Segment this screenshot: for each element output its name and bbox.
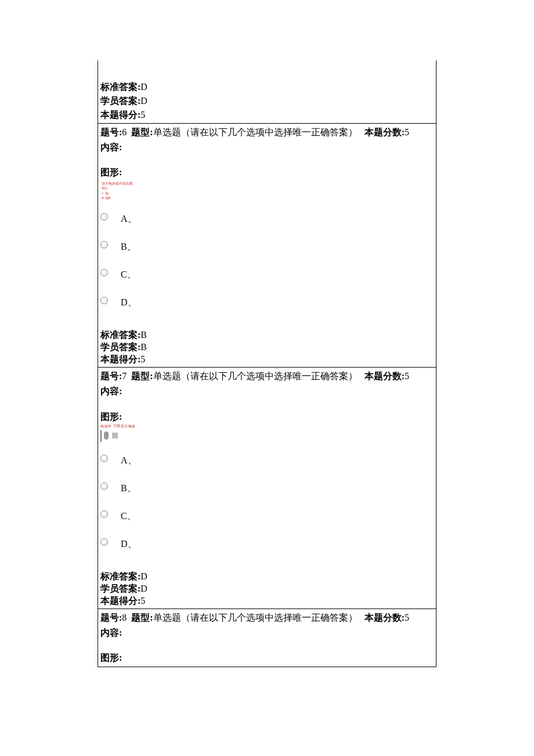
stu-answer-label: 学员答案: — [100, 584, 140, 593]
stu-answer-row: 学员答案:D — [100, 94, 434, 108]
score-row: 本题得分:5 — [100, 354, 434, 366]
radio-icon[interactable] — [100, 510, 108, 518]
option-label: B、 — [121, 483, 136, 495]
options-list: A、 B、 C、 D、 — [100, 447, 434, 558]
question-8: 题号:8 题型:单选题（请在以下几个选项中选择唯一正确答案） 本题分数:5 内容… — [98, 609, 436, 667]
option-d[interactable]: D、 — [100, 530, 434, 558]
figure-icons — [100, 430, 434, 442]
q-type-label: 题型: — [131, 613, 153, 622]
std-answer-label: 标准答案: — [100, 571, 140, 581]
q-type-value: 单选题（请在以下几个选项中选择唯一正确答案） — [153, 127, 358, 137]
figure-text: 电路中 下图所示电路 — [100, 424, 434, 429]
score-value: 5 — [140, 354, 145, 364]
radio-icon[interactable] — [100, 213, 108, 221]
std-answer-row: 标准答案:D — [100, 80, 434, 94]
std-answer-value: B — [140, 330, 147, 340]
std-answer-label: 标准答案: — [100, 82, 140, 92]
stu-answer-value: D — [140, 584, 147, 593]
questions-table: 标准答案:D 学员答案:D 本题得分:5 题号:6 题型:单选题（请在以下几个选… — [98, 60, 436, 667]
score-label: 本题得分: — [100, 596, 140, 606]
figure-label: 图形: — [100, 409, 434, 424]
option-c[interactable]: C、 — [100, 261, 434, 289]
q-type-value: 单选题（请在以下几个选项中选择唯一正确答案） — [153, 613, 358, 622]
std-answer-row: 标准答案:D — [100, 571, 434, 583]
radio-icon[interactable] — [100, 483, 108, 490]
option-label: A、 — [121, 213, 137, 225]
radio-icon[interactable] — [100, 241, 108, 249]
std-answer-label: 标准答案: — [100, 330, 140, 340]
option-b[interactable]: B、 — [100, 233, 434, 261]
question-header: 题号:8 题型:单选题（请在以下几个选项中选择唯一正确答案） 本题分数:5 — [100, 610, 434, 625]
option-d[interactable]: D、 — [100, 289, 434, 316]
stu-answer-value: D — [140, 96, 147, 106]
q-no-value: 6 — [122, 127, 127, 137]
q-score-label: 本题分数: — [365, 127, 405, 137]
q-no-value: 8 — [122, 613, 127, 622]
option-label: B、 — [121, 241, 136, 253]
stu-answer-value: B — [140, 342, 147, 352]
score-value: 5 — [140, 110, 145, 120]
q-score-label: 本题分数: — [365, 613, 405, 622]
score-label: 本题得分: — [100, 110, 140, 120]
std-answer-value: D — [140, 571, 147, 581]
question-header: 题号:7 题型:单选题（请在以下几个选项中选择唯一正确答案） 本题分数:5 — [100, 369, 434, 384]
option-a[interactable]: A、 — [100, 447, 434, 474]
square-icon — [112, 433, 118, 438]
line-icon — [100, 430, 102, 442]
std-answer-value: D — [140, 82, 147, 92]
score-row: 本题得分:5 — [100, 108, 434, 122]
question-header: 题号:6 题型:单选题（请在以下几个选项中选择唯一正确答案） 本题分数:5 — [100, 125, 434, 140]
figure-placeholder: 放大电路输出端负载 端A C 端 B 端B — [100, 181, 434, 201]
q-no-label: 题号: — [100, 371, 122, 381]
option-label: D、 — [121, 297, 137, 309]
option-label: D、 — [121, 538, 137, 550]
score-row: 本题得分:5 — [100, 595, 434, 607]
stu-answer-label: 学员答案: — [100, 96, 140, 106]
question-7: 题号:7 题型:单选题（请在以下几个选项中选择唯一正确答案） 本题分数:5 内容… — [98, 367, 436, 609]
q-score-value: 5 — [405, 127, 409, 137]
score-value: 5 — [140, 596, 145, 606]
content-label: 内容: — [100, 625, 434, 640]
radio-icon[interactable] — [100, 538, 108, 546]
content-label: 内容: — [100, 384, 434, 399]
question-6: 题号:6 题型:单选题（请在以下几个选项中选择唯一正确答案） 本题分数:5 内容… — [98, 123, 436, 367]
options-list: A、 B、 C、 D、 — [100, 205, 434, 316]
q-no-label: 题号: — [100, 127, 122, 137]
option-label: C、 — [121, 269, 136, 281]
stu-answer-row: 学员答案:D — [100, 583, 434, 595]
q-score-value: 5 — [405, 613, 409, 622]
option-label: C、 — [121, 510, 136, 523]
q-no-label: 题号: — [100, 613, 122, 622]
option-a[interactable]: A、 — [100, 205, 434, 233]
figure-label: 图形: — [100, 650, 434, 665]
q-score-value: 5 — [405, 371, 409, 381]
oval-icon — [104, 431, 109, 440]
top-answer-block: 标准答案:D 学员答案:D 本题得分:5 — [98, 60, 436, 123]
radio-icon[interactable] — [100, 269, 108, 276]
content-label: 内容: — [100, 140, 434, 155]
radio-icon[interactable] — [100, 297, 108, 304]
option-label: A、 — [121, 455, 137, 467]
q-type-label: 题型: — [131, 127, 153, 137]
stu-answer-label: 学员答案: — [100, 342, 140, 352]
q-no-value: 7 — [122, 371, 127, 381]
option-b[interactable]: B、 — [100, 474, 434, 502]
radio-icon[interactable] — [100, 455, 108, 462]
score-label: 本题得分: — [100, 354, 140, 364]
figure-placeholder: 电路中 下图所示电路 — [100, 424, 434, 442]
figure-label: 图形: — [100, 165, 434, 180]
option-c[interactable]: C、 — [100, 502, 434, 530]
q-type-value: 单选题（请在以下几个选项中选择唯一正确答案） — [153, 371, 358, 381]
q-score-label: 本题分数: — [365, 371, 405, 381]
std-answer-row: 标准答案:B — [100, 329, 434, 341]
stu-answer-row: 学员答案:B — [100, 341, 434, 354]
q-type-label: 题型: — [131, 371, 153, 381]
